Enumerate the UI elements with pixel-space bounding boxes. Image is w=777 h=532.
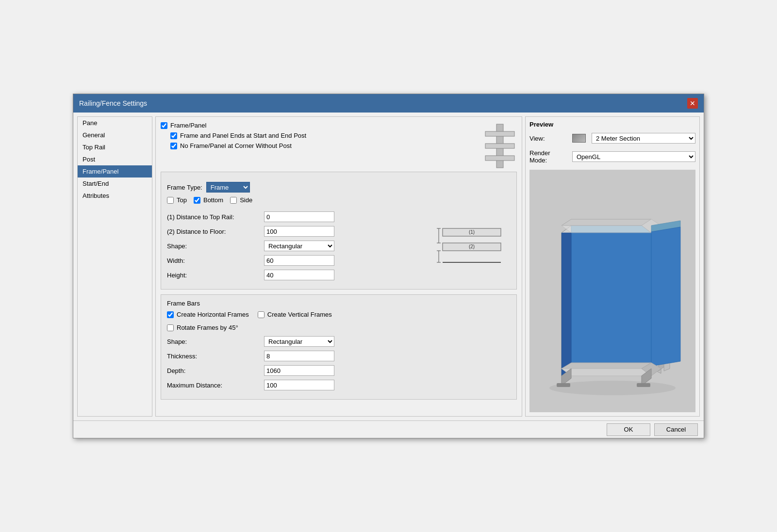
rotate-row: Rotate Frames by 45° — [167, 324, 511, 331]
rotate-checkbox[interactable] — [167, 324, 174, 331]
create-vert-checkbox[interactable] — [258, 311, 265, 318]
view-row: View: 2 Meter Section 1 Meter Section Co… — [529, 133, 695, 144]
bars-shape-select[interactable]: Rectangular Circular — [264, 336, 334, 347]
bottom-bar: OK Cancel — [73, 420, 704, 438]
frame-panel-row: Frame/Panel — [161, 122, 473, 129]
vert-row: Create Vertical Frames — [258, 311, 332, 318]
width-input[interactable] — [264, 255, 334, 266]
cancel-button[interactable]: Cancel — [654, 423, 698, 436]
render-label: Render Mode: — [529, 149, 568, 164]
sidebar-item-start-end[interactable]: Start/End — [78, 177, 152, 190]
diagram-area — [483, 122, 517, 172]
sidebar-item-frame-panel[interactable]: Frame/Panel — [78, 165, 152, 177]
dist-top-rail-label: (1) Distance to Top Rail: — [167, 213, 264, 221]
sidebar-item-pane[interactable]: Pane — [78, 117, 152, 129]
title-bar: Railing/Fence Settings ✕ — [73, 94, 704, 113]
svg-marker-33 — [651, 227, 680, 366]
svg-text:(1): (1) — [469, 229, 475, 235]
view-select[interactable]: 2 Meter Section 1 Meter Section Corner — [592, 133, 695, 144]
no-corner-checkbox[interactable] — [170, 143, 177, 149]
depth-label: Depth: — [167, 367, 264, 374]
ends-checkbox[interactable] — [170, 132, 177, 139]
side-checkbox[interactable] — [230, 197, 237, 204]
create-horiz-checkbox[interactable] — [167, 311, 174, 318]
frame-type-label: Frame Type: — [167, 184, 202, 191]
frame-panel-header: Frame/Panel Frame and Panel Ends at Star… — [161, 122, 517, 172]
frame-panel-left: Frame/Panel Frame and Panel Ends at Star… — [161, 122, 473, 152]
frame-type-select[interactable]: Frame Panel — [206, 182, 250, 193]
bottom-checkbox[interactable] — [194, 197, 200, 204]
depth-row: Depth: — [167, 365, 511, 376]
height-input[interactable] — [264, 270, 334, 280]
side-row: Side — [230, 196, 252, 204]
frame-type-row: Frame Type: Frame Panel — [167, 182, 511, 193]
svg-marker-28 — [562, 233, 571, 376]
max-distance-input[interactable] — [264, 380, 334, 390]
no-corner-label: No Frame/Panel at Corner Without Post — [180, 142, 292, 149]
dialog-body: Pane General Top Rail Post Frame/Panel S… — [73, 113, 704, 420]
close-button[interactable]: ✕ — [687, 98, 698, 109]
sidebar-item-general[interactable]: General — [78, 129, 152, 141]
width-label: Width: — [167, 257, 264, 264]
top-row: Top — [167, 196, 187, 204]
svg-marker-27 — [571, 233, 651, 369]
shape-select[interactable]: Rectangular Circular — [264, 241, 334, 251]
top-label: Top — [177, 196, 187, 204]
height-label: Height: — [167, 272, 264, 279]
svg-text:(2): (2) — [469, 244, 475, 249]
svg-rect-40 — [637, 383, 650, 387]
side-label: Side — [240, 196, 252, 204]
frame-diagram-svg — [483, 122, 517, 170]
dist-floor-input[interactable] — [264, 226, 334, 237]
preview-panel: Preview View: 2 Meter Section 1 Meter Se… — [525, 116, 700, 417]
rotate-label: Rotate Frames by 45° — [177, 324, 238, 331]
create-vert-label: Create Vertical Frames — [267, 311, 332, 318]
depth-input[interactable] — [264, 365, 334, 376]
svg-rect-3 — [485, 156, 514, 161]
thickness-input[interactable] — [264, 351, 334, 361]
width-row: Width: — [167, 255, 423, 266]
thickness-label: Thickness: — [167, 353, 264, 360]
svg-rect-1 — [485, 131, 514, 136]
frame-panel-checkbox[interactable] — [161, 122, 167, 129]
bars-shape-row: Shape: Rectangular Circular — [167, 336, 511, 347]
bottom-label: Bottom — [203, 196, 223, 204]
max-distance-row: Maximum Distance: — [167, 380, 511, 390]
svg-rect-39 — [557, 383, 570, 387]
dist-floor-row: (2) Distance to Floor: — [167, 226, 423, 237]
fields-left: (1) Distance to Top Rail: (2) Distance t… — [167, 211, 423, 284]
sidebar-item-top-rail[interactable]: Top Rail — [78, 141, 152, 153]
svg-rect-2 — [485, 144, 514, 148]
frame-bars-title: Frame Bars — [167, 300, 511, 307]
preview-canvas — [529, 170, 695, 412]
height-row: Height: — [167, 270, 423, 280]
shape-row: Shape: Rectangular Circular — [167, 241, 423, 251]
svg-marker-35 — [562, 369, 651, 376]
preview-title: Preview — [529, 121, 695, 128]
dialog-title: Railing/Fence Settings — [79, 99, 147, 107]
render-row: Render Mode: OpenGL Wireframe — [529, 149, 695, 164]
no-corner-row: No Frame/Panel at Corner Without Post — [170, 142, 473, 149]
top-checkbox[interactable] — [167, 197, 174, 204]
sidebar-item-attributes[interactable]: Attributes — [78, 190, 152, 202]
shape-label: Shape: — [167, 242, 264, 250]
frame-panel-label: Frame/Panel — [170, 122, 206, 129]
bars-shape-label: Shape: — [167, 338, 264, 345]
dist-top-rail-input[interactable] — [264, 211, 334, 222]
ends-row: Frame and Panel Ends at Start and End Po… — [170, 132, 473, 139]
main-content: Frame/Panel Frame and Panel Ends at Star… — [155, 116, 522, 417]
frame-checkboxes: Top Bottom Side — [167, 196, 511, 207]
cross-section-svg: (1) (2) — [433, 226, 511, 270]
create-horiz-label: Create Horizontal Frames — [177, 311, 249, 318]
sidebar-item-post[interactable]: Post — [78, 153, 152, 165]
horiz-row: Create Horizontal Frames — [167, 311, 249, 318]
svg-marker-29 — [562, 219, 651, 226]
frame-bars-section: Frame Bars Create Horizontal Frames Crea… — [161, 294, 517, 400]
ok-button[interactable]: OK — [607, 423, 650, 436]
fields-and-diagram: (1) Distance to Top Rail: (2) Distance t… — [167, 211, 511, 284]
view-icon — [572, 134, 586, 143]
render-select[interactable]: OpenGL Wireframe — [572, 151, 695, 162]
frame-bars-checkboxes: Create Horizontal Frames Create Vertical… — [167, 311, 511, 321]
main-panel: Frame/Panel Frame and Panel Ends at Star… — [155, 116, 522, 417]
bottom-row: Bottom — [194, 196, 223, 204]
